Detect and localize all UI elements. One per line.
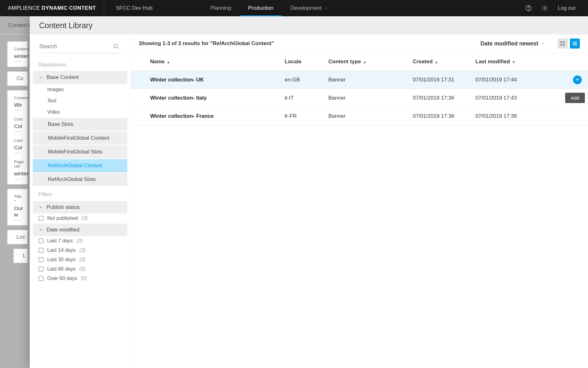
table-row[interactable]: Winter collection- UKen-GBBanner07/01/20… [131,71,588,89]
row-modified: 07/01/2019 17:39 [475,113,544,119]
sect-co: Co [7,71,28,86]
row-locale: it-IT [285,95,328,101]
row-created: 07/01/2019 17:31 [413,77,475,83]
nav-development[interactable]: Development [282,0,337,16]
checkbox-icon[interactable] [38,267,43,272]
repositories-label: Repositories [33,56,127,71]
col-modified[interactable]: Last modified▼ [475,59,544,65]
chk-last-7-days[interactable]: Last 7 days(3) [33,236,127,246]
sort-asc-icon: ▲ [434,60,438,64]
chk-last-60-days[interactable]: Last 60 days(3) [33,264,127,274]
filter-date-modified[interactable]: Date modified [33,224,127,236]
brand: AMPLIENCE DYNAMIC CONTENT [0,5,104,11]
list-icon [572,41,578,46]
table-row[interactable]: Winter collection- Italyit-ITBanner07/01… [131,89,588,107]
row-created: 07/01/2019 17:36 [413,113,475,119]
table-header: Name▲ Locale Content type▲ Created▲ Last… [131,53,588,71]
chk-last-30-days[interactable]: Last 30 days(3) [33,255,127,264]
grid-icon [560,41,565,46]
brand-light: AMPLIENCE [8,5,40,11]
card-content: Content winter [7,41,28,67]
logout-link[interactable]: Log out [558,5,575,11]
tree-sub-video[interactable]: Video [33,106,127,118]
svg-point-1 [529,9,529,10]
brand-bold: DYNAMIC CONTENT [40,5,96,11]
results-info: Showing 1-3 of 3 results for "RefArchGlo… [139,40,274,47]
svg-rect-10 [573,43,577,44]
checkbox-icon[interactable] [38,248,43,253]
library-right-panel: Showing 1-3 of 3 results for "RefArchGlo… [131,34,588,368]
search-input[interactable] [38,41,122,53]
tree-sub-images[interactable]: Images [33,84,127,95]
sort-asc-icon: ▲ [363,60,367,64]
col-created[interactable]: Created▲ [413,59,475,65]
row-name: Winter collection- France [150,113,285,119]
chevron-down-icon [324,6,328,10]
chevron-down-icon [541,41,545,46]
checkbox-icon[interactable] [38,276,43,281]
search-icon[interactable] [113,43,119,49]
chevron-down-icon [38,205,43,210]
lbl: Content [14,47,21,51]
col-name[interactable]: Name▲ [150,59,285,65]
sect-l: L [13,249,28,263]
svg-rect-11 [573,45,577,45]
nav-planning[interactable]: Planning [202,0,240,16]
tree-base-slots[interactable]: Base Slots [33,118,127,131]
row-modified: 07/01/2019 17:44 [475,77,544,83]
row-created: 07/01/2019 17:36 [413,95,475,101]
table-row[interactable]: Winter collection- Francefr-FRBanner07/0… [131,107,588,125]
sort-label: Date modified newest [480,40,538,47]
top-right: Log out [525,5,588,12]
checkbox-icon[interactable] [38,216,43,221]
add-tooltip: Add [565,93,585,103]
col-ctype[interactable]: Content type▲ [328,59,413,65]
tree-mfg-slots[interactable]: MobileFirstGlobal Slots [33,145,127,158]
checkbox-icon[interactable] [38,257,43,262]
row-name: Winter collection- Italy [150,95,285,101]
filter-publish-status[interactable]: Publish status [33,201,127,214]
svg-point-2 [544,7,546,9]
tree-rag-content[interactable]: RefArchGlobal Content [33,159,127,172]
row-locale: fr-FR [285,113,328,119]
row-ctype: Banner [328,77,413,83]
tree-rag-slots[interactable]: RefArchGlobal Slots [33,173,127,186]
grid-view-button[interactable] [558,39,568,49]
help-icon[interactable] [525,5,532,12]
content-library-drawer: Content Library Repositories Base Conten… [30,16,588,368]
sort-asc-icon: ▲ [166,60,170,64]
card-multi: Content Wir Cont Col Cont Col Page UR wi… [7,90,28,184]
top-bar: AMPLIENCE DYNAMIC CONTENT SFCC Dev Hub P… [0,0,588,16]
tree-label: Base Content [47,74,79,80]
col-locale[interactable]: Locale [285,59,328,65]
svg-point-3 [114,44,118,48]
val: winter [14,53,21,62]
chevron-down-icon [38,228,43,232]
filters-label: Filters [33,186,127,200]
checkbox-icon[interactable] [38,238,43,243]
chk-last-14-days[interactable]: Last 14 days(3) [33,246,127,255]
sort-dropdown[interactable]: Date modified newest [480,40,545,47]
svg-rect-9 [573,42,577,42]
chk-not-published[interactable]: Not published (3) [33,214,127,223]
nav-production[interactable]: Production [240,0,282,16]
chk-over-60-days[interactable]: Over 60 days(0) [33,274,127,283]
gear-icon[interactable] [541,5,548,12]
sect-lbl: Co [17,75,23,82]
chevron-down-icon [38,75,43,80]
row-ctype: Banner [328,95,413,101]
svg-rect-8 [563,44,565,46]
tree-base-content[interactable]: Base Content [33,71,127,84]
sort-desc-icon: ▼ [512,60,516,64]
tree-sub-text[interactable]: Text [33,95,127,106]
library-title: Content Library [30,16,588,34]
tree-mfg-content[interactable]: MobileFirstGlobal Content [33,132,127,145]
nav-dev-label: Development [290,5,322,11]
svg-rect-5 [560,41,562,43]
main-nav: Planning Production Development [202,0,337,16]
list-view-button[interactable] [570,39,580,49]
row-ctype: Banner [328,113,413,119]
sect-loc: Loc [7,230,28,244]
hub-name[interactable]: SFCC Dev Hub [104,0,165,16]
add-button[interactable]: + [573,75,582,84]
